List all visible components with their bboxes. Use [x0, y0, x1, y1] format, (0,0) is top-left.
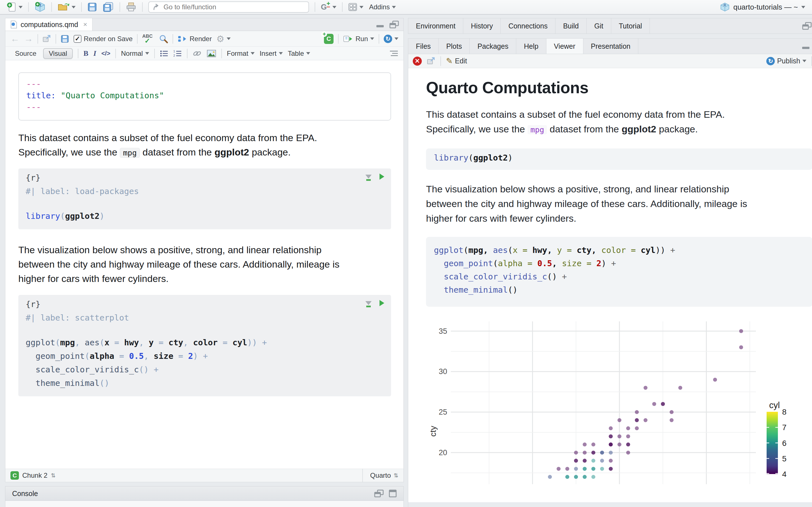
tab-environment[interactable]: Environment [408, 18, 463, 34]
numbered-list-icon[interactable]: 12 [173, 50, 182, 57]
editor-paragraph-2[interactable]: The visualization below shows a positive… [18, 243, 357, 286]
close-icon[interactable]: × [83, 20, 87, 29]
insert-chunk-button[interactable]: C [324, 34, 334, 44]
image-icon[interactable] [207, 50, 216, 57]
tab-viewer[interactable]: Viewer [546, 39, 583, 54]
minimize-pane-icon[interactable] [376, 21, 384, 28]
render-on-save-toggle[interactable]: ✓ Render on Save [73, 35, 133, 43]
tab-computations-qmd[interactable]: computations.qmd × [5, 18, 93, 31]
maximize-pane-icon[interactable] [389, 490, 397, 497]
search-icon[interactable] [159, 34, 168, 43]
tab-presentation[interactable]: Presentation [583, 39, 638, 54]
console-header[interactable]: Console [5, 486, 404, 501]
rstudio-window: R G+− Ad [0, 0, 812, 507]
tab-tutorial[interactable]: Tutorial [611, 18, 650, 34]
goto-file-search[interactable] [148, 1, 309, 13]
code-button[interactable]: </> [101, 50, 110, 57]
restore-panes-icon[interactable] [389, 20, 399, 29]
save-button[interactable] [87, 2, 97, 12]
scatter-point [548, 475, 552, 479]
scatter-point [644, 418, 648, 422]
open-file-button[interactable] [57, 2, 75, 12]
yaml-block[interactable]: ---title: "Quarto Computations"--- [18, 72, 391, 121]
tab-git[interactable]: Git [587, 18, 611, 34]
console-body[interactable] [5, 501, 404, 507]
git-caret-icon [333, 6, 336, 8]
addins-button[interactable]: Addins [369, 3, 396, 11]
rendered-paragraph-2: The visualization below shows a positive… [426, 182, 753, 226]
viewer-content[interactable]: Quarto Computations This dataset contain… [408, 68, 812, 502]
goto-file-input[interactable] [163, 3, 305, 11]
print-button[interactable] [126, 2, 137, 12]
tab-plots[interactable]: Plots [439, 39, 470, 54]
scatter-point [635, 427, 639, 431]
legend-tick-label: 8 [782, 407, 786, 416]
render-settings-caret-icon [227, 38, 231, 40]
chunk-selector-icon[interactable]: ⇅ [51, 472, 56, 479]
source-mode-button[interactable]: Source [11, 49, 40, 58]
tab-history[interactable]: History [463, 18, 501, 34]
insert-dropdown[interactable]: Insert [260, 50, 283, 57]
publish-button[interactable]: ↻ Publish [766, 57, 806, 65]
visual-editor-content[interactable]: ---title: "Quarto Computations"--- This … [5, 60, 404, 469]
tab-files[interactable]: Files [408, 39, 439, 54]
tab-connections[interactable]: Connections [501, 18, 555, 34]
save-icon[interactable] [61, 35, 69, 43]
publish-swirl-icon: ↻ [384, 35, 392, 43]
popout-icon[interactable] [427, 57, 435, 65]
project-menu-button[interactable]: R quarto-tutorials — ~ [720, 2, 805, 12]
restore-panes-icon[interactable] [802, 22, 812, 30]
scatter-point [583, 443, 587, 446]
popout-icon[interactable] [43, 35, 51, 43]
format-dropdown[interactable]: Format [227, 50, 255, 57]
code-chunk-2[interactable]: {r}#| label: scatterplotggplot(mpg, aes(… [18, 295, 391, 396]
run-chunks-above-icon[interactable] [365, 175, 371, 179]
editor-paragraph-1[interactable]: This dataset contains a subset of the fu… [18, 131, 357, 160]
panes-button[interactable] [348, 3, 363, 11]
run-chunk-icon[interactable] [379, 173, 384, 180]
divider [142, 2, 143, 12]
new-file-button[interactable] [7, 2, 22, 12]
back-icon[interactable]: ← [10, 34, 19, 44]
doc-format-selector[interactable]: Quarto ⇅ [362, 469, 398, 482]
bold-button[interactable]: B [84, 49, 88, 58]
editor-toolbar: ← → ✓ Render on Save ABC ✓ [5, 31, 404, 47]
forward-icon[interactable]: → [24, 34, 33, 44]
italic-button[interactable]: I [93, 49, 96, 58]
bullet-list-icon[interactable] [160, 50, 168, 57]
scatter-point [626, 427, 630, 431]
chunk-position-label[interactable]: Chunk 2 [22, 471, 47, 480]
link-icon[interactable] [193, 50, 202, 57]
scatter-point [600, 459, 604, 463]
minimize-pane-icon[interactable] [802, 43, 810, 50]
restore-panes-icon[interactable] [374, 490, 384, 497]
new-project-button[interactable]: R [35, 1, 46, 13]
visual-mode-button[interactable]: Visual [43, 48, 73, 59]
run-chunks-above-icon[interactable] [365, 301, 371, 305]
run-chunk-icon[interactable] [379, 300, 384, 306]
spellcheck-button[interactable]: ABC ✓ [142, 34, 154, 44]
tab-build[interactable]: Build [555, 18, 587, 34]
render-on-save-checkbox[interactable]: ✓ [73, 35, 82, 43]
scatter-point [574, 459, 578, 463]
project-cube-icon: R [720, 2, 730, 12]
code-chunk-1[interactable]: {r}#| label: load-packageslibrary(ggplot… [18, 168, 391, 229]
edit-button[interactable]: ✎ Edit [446, 56, 467, 66]
scatter-point [600, 467, 604, 471]
outline-icon[interactable] [390, 51, 398, 56]
save-all-button[interactable] [103, 2, 114, 12]
clear-viewer-icon[interactable]: ✕ [413, 57, 422, 66]
tab-packages[interactable]: Packages [470, 39, 516, 54]
paragraph-style-dropdown[interactable]: Normal [121, 50, 149, 57]
scatter-point [670, 418, 673, 422]
rerun-publish-button[interactable]: ↻ [384, 35, 398, 43]
table-dropdown[interactable]: Table [288, 50, 310, 57]
git-button[interactable]: G+− [321, 3, 336, 11]
tab-help[interactable]: Help [516, 39, 546, 54]
render-settings-button[interactable]: ⚙ [216, 34, 231, 44]
run-icon [343, 35, 353, 43]
insert-caret-icon [279, 52, 283, 55]
render-button[interactable]: Render [177, 35, 212, 43]
run-button[interactable]: Run [343, 35, 374, 43]
divider [81, 2, 82, 12]
